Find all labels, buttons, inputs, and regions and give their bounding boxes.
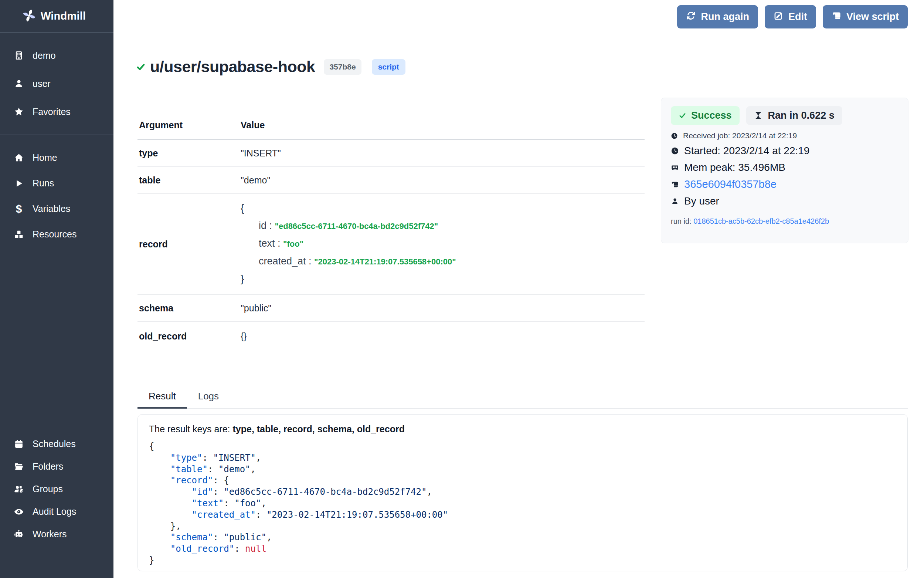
mem-peak-row: Mem peak: 35.496MB	[671, 162, 898, 174]
argument-name: schema	[139, 303, 241, 313]
record-key: text	[259, 238, 283, 249]
edit-button[interactable]: Edit	[765, 5, 816, 28]
toolbar: Run again Edit View script	[677, 5, 908, 28]
column-value: Value	[241, 120, 644, 130]
users-gear-icon	[13, 484, 24, 495]
app-name: Windmill	[40, 10, 86, 22]
sidebar-item-demo[interactable]: demo	[0, 41, 113, 70]
view-script-label: View script	[846, 11, 899, 23]
clock-icon	[671, 132, 678, 140]
received-job-row: Received job: 2023/2/14 at 22:19	[671, 131, 898, 140]
run-id-row: run id: 018651cb-ac5b-62cb-efb2-c85a1e42…	[671, 217, 898, 226]
app-logo[interactable]: Windmill	[0, 0, 113, 32]
record-entry: id"ed86c5cc-6711-4670-bc4a-bd2c9d52f742"	[259, 217, 644, 235]
record-entries: id"ed86c5cc-6711-4670-bc4a-bd2c9d52f742"…	[244, 217, 644, 270]
argument-name: table	[139, 175, 241, 186]
table-row: table "demo"	[138, 167, 644, 194]
sidebar-item-label: Resources	[32, 229, 77, 240]
status-label: Success	[691, 110, 732, 121]
received-job-text: Received job: 2023/2/14 at 22:19	[683, 131, 797, 140]
record-entry: created_at"2023-02-14T21:19:07.535658+00…	[259, 253, 644, 270]
record-object-viewer: { id"ed86c5cc-6711-4670-bc4a-bd2c9d52f74…	[241, 194, 644, 294]
refresh-icon	[686, 11, 696, 23]
hash-badge: 357b8e	[324, 59, 361, 75]
tab-logs[interactable]: Logs	[187, 391, 230, 409]
pen-square-icon	[774, 11, 783, 23]
windmill-logo-icon	[22, 8, 36, 24]
record-value: "ed86c5cc-6711-4670-bc4a-bd2c9d52f742"	[275, 221, 439, 231]
sidebar-admin-group: Schedules Folders Groups Audit Logs Work…	[0, 433, 113, 546]
record-value: "foo"	[283, 239, 303, 248]
sidebar-nav-group: Home Runs $ Variables Resources	[0, 145, 113, 247]
argument-name: record	[139, 239, 241, 250]
building-icon	[13, 50, 24, 61]
page-header: u/user/supabase-hook 357b8e script	[136, 58, 405, 76]
eye-icon	[13, 506, 24, 517]
sidebar-item-folders[interactable]: Folders	[0, 455, 113, 478]
sidebar-item-variables[interactable]: $ Variables	[0, 196, 113, 221]
dollar-icon: $	[13, 203, 24, 214]
status-row: Success Ran in 0.622 s	[671, 106, 898, 125]
record-key: created_at	[259, 255, 314, 266]
mem-peak-text: Mem peak: 35.496MB	[684, 162, 785, 174]
sidebar-item-label: user	[32, 78, 51, 89]
status-badge: Success	[671, 106, 740, 125]
argument-value: {}	[241, 331, 644, 342]
script-type-badge: script	[372, 59, 405, 75]
run-again-button[interactable]: Run again	[677, 5, 758, 28]
tab-result[interactable]: Result	[138, 391, 187, 409]
sidebar-divider	[0, 135, 113, 135]
robot-icon	[13, 529, 24, 540]
success-check-icon	[136, 62, 146, 72]
folder-icon	[13, 461, 24, 472]
duration-badge: Ran in 0.622 s	[746, 106, 842, 125]
run-id-link[interactable]: 018651cb-ac5b-62cb-efb2-c85a1e426f2b	[693, 217, 829, 225]
sidebar-item-workers[interactable]: Workers	[0, 523, 113, 546]
table-row: old_record {}	[138, 322, 644, 351]
sidebar-item-label: Schedules	[32, 438, 76, 449]
sidebar-item-label: Workers	[32, 529, 67, 539]
argument-value: "INSERT"	[241, 148, 644, 159]
arguments-table: Argument Value type "INSERT" table "demo…	[138, 111, 644, 351]
argument-name: type	[139, 148, 241, 159]
sidebar-item-home[interactable]: Home	[0, 145, 113, 170]
table-row: schema "public"	[138, 295, 644, 322]
argument-value: "demo"	[241, 175, 644, 186]
check-icon	[679, 112, 686, 119]
record-entry: text"foo"	[259, 235, 644, 253]
sidebar-item-user[interactable]: user	[0, 70, 113, 97]
table-row: record { id"ed86c5cc-6711-4670-bc4a-bd2c…	[138, 194, 644, 295]
star-icon	[13, 106, 24, 117]
sidebar-item-favorites[interactable]: Favorites	[0, 97, 113, 126]
sidebar-item-audit-logs[interactable]: Audit Logs	[0, 500, 113, 523]
sidebar-item-groups[interactable]: Groups	[0, 478, 113, 500]
record-value: "2023-02-14T21:19:07.535658+00:00"	[314, 257, 456, 266]
calendar-icon	[13, 438, 24, 450]
by-user-row: By user	[671, 195, 898, 207]
result-json-code: { "type": "INSERT", "table": "demo", "re…	[149, 441, 896, 566]
script-hash-row: 365e6094f0357b8e	[671, 178, 898, 190]
result-keys-line: The result keys are: type, table, record…	[149, 423, 896, 435]
result-keys-list: type, table, record, schema, old_record	[233, 424, 405, 434]
sidebar-item-schedules[interactable]: Schedules	[0, 433, 113, 455]
by-user-text: By user	[684, 195, 719, 207]
sidebar-item-label: Groups	[32, 484, 63, 494]
sidebar-item-runs[interactable]: Runs	[0, 170, 113, 196]
user-icon	[13, 78, 24, 89]
view-script-button[interactable]: View script	[823, 5, 908, 28]
open-brace: {	[241, 200, 644, 217]
script-hash-link[interactable]: 365e6094f0357b8e	[684, 178, 777, 190]
sidebar-item-label: Home	[32, 153, 57, 163]
started-row: Started: 2023/2/14 at 22:19	[671, 145, 898, 157]
arguments-table-header: Argument Value	[138, 111, 644, 140]
sidebar-item-label: Audit Logs	[32, 506, 76, 517]
argument-name: old_record	[139, 331, 241, 342]
result-keys-prefix: The result keys are:	[149, 424, 230, 434]
sidebar-item-label: Favorites	[32, 107, 71, 117]
run-details-panel: Success Ran in 0.622 s Received job: 202…	[661, 97, 908, 244]
result-tabs: Result Logs	[138, 391, 908, 409]
scroll-icon	[671, 180, 679, 188]
record-key: id	[259, 220, 275, 231]
sidebar-item-resources[interactable]: Resources	[0, 221, 113, 247]
sidebar-item-label: Folders	[32, 461, 63, 472]
